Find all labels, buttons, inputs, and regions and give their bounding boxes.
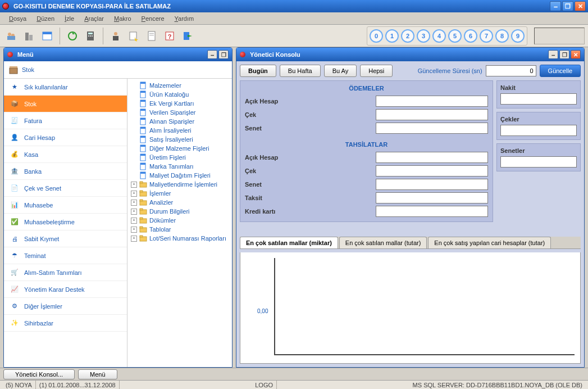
tree-expand-11[interactable]: + — [131, 182, 137, 188]
tree-item-6[interactable]: Satış İrsaliyeleri — [129, 135, 231, 144]
tree-item-7[interactable]: Diğer Malzeme Fişleri — [129, 144, 231, 153]
nav-item-3[interactable]: 👤Cari Hesap — [4, 129, 127, 146]
tree-expand-14[interactable]: + — [131, 209, 137, 215]
num-2[interactable]: 2 — [401, 29, 414, 43]
side-box-input-1[interactable] — [500, 125, 577, 136]
num-4[interactable]: 4 — [432, 29, 446, 43]
tree-item-9[interactable]: Marka Tanımları — [129, 162, 231, 171]
odeme-input-1[interactable] — [376, 109, 488, 120]
tahsilat-input-2[interactable] — [376, 179, 488, 190]
update-interval-input[interactable] — [486, 65, 536, 76]
nav-item-2[interactable]: 🧾Fatura — [4, 112, 127, 129]
tb-refresh-icon[interactable] — [65, 28, 80, 44]
bottom-console-button[interactable]: Yönetici Konsol... — [3, 369, 75, 379]
tree-label-7: Diğer Malzeme Fişleri — [149, 145, 209, 152]
tb-calendar-icon[interactable] — [39, 28, 55, 44]
menu-maximize-button[interactable]: ❐ — [218, 50, 229, 59]
menu-minimize-button[interactable]: ‒ — [207, 50, 217, 59]
num-9[interactable]: 9 — [511, 29, 525, 43]
console-close-button[interactable]: ✕ — [571, 50, 581, 59]
tree-item-12[interactable]: +İşlemler — [129, 189, 231, 198]
tree-item-13[interactable]: +Analizler — [129, 198, 231, 207]
num-7[interactable]: 7 — [480, 29, 493, 43]
nav-item-1[interactable]: 📦Stok — [4, 96, 127, 112]
tb-favorite-list-icon[interactable] — [126, 28, 142, 44]
tree-item-16[interactable]: +Tablolar — [129, 225, 231, 234]
tb-document-icon[interactable] — [144, 28, 159, 44]
minimize-button[interactable]: ‒ — [550, 1, 561, 11]
odeme-input-0[interactable] — [376, 96, 488, 107]
tb-building-icon[interactable] — [21, 28, 37, 44]
tree-label-6: Satış İrsaliyeleri — [149, 136, 193, 143]
menu-araclar[interactable]: Araçlar — [80, 14, 108, 23]
tree-expand-13[interactable]: + — [131, 200, 137, 206]
tab-miktar[interactable]: En çok satılan mallar (miktar) — [240, 237, 338, 248]
tree-item-2[interactable]: Ek Vergi Kartları — [129, 99, 231, 108]
update-button[interactable]: Güncelle — [540, 65, 581, 77]
tree-item-5[interactable]: Alım İrsaliyeleri — [129, 126, 231, 135]
tree-item-17[interactable]: +Lot/Seri Numarası Raporları — [129, 234, 231, 243]
month-button[interactable]: Bu Ay — [324, 65, 357, 77]
num-6[interactable]: 6 — [464, 29, 477, 43]
odeme-input-2[interactable] — [376, 123, 488, 134]
num-1[interactable]: 1 — [385, 29, 399, 43]
side-box-input-2[interactable] — [500, 156, 577, 168]
nav-item-13[interactable]: ⚙Diğer İşlemler — [4, 298, 127, 315]
tree-item-1[interactable]: Ürün Kataloğu — [129, 90, 231, 99]
tree-expand-15[interactable]: + — [131, 218, 137, 224]
menu-makro[interactable]: Makro — [110, 14, 136, 23]
tree-expand-16[interactable]: + — [131, 227, 137, 233]
nav-item-7[interactable]: 📊Muhasebe — [4, 197, 127, 214]
tree-expand-17[interactable]: + — [131, 236, 137, 242]
menu-pencere[interactable]: Pencere — [137, 14, 169, 23]
tree-item-8[interactable]: Üretim Fişleri — [129, 153, 231, 162]
nav-item-11[interactable]: 🛒Alım-Satım Tanımları — [4, 264, 127, 281]
console-minimize-button[interactable]: ‒ — [548, 50, 558, 59]
tree-item-3[interactable]: Verilen Siparişler — [129, 108, 231, 117]
tb-users-icon[interactable] — [3, 28, 19, 44]
num-5[interactable]: 5 — [448, 29, 462, 43]
tree-expand-12[interactable]: + — [131, 191, 137, 197]
tree-item-10[interactable]: Maliyet Dağıtım Fişleri — [129, 171, 231, 180]
tb-calculator-icon[interactable] — [83, 28, 98, 44]
nav-item-6[interactable]: 📄Çek ve Senet — [4, 180, 127, 197]
tb-person-icon[interactable] — [108, 28, 124, 44]
nav-item-14[interactable]: ✨Sihirbazlar — [4, 315, 127, 332]
tab-cari[interactable]: En çok satış yapılan cari hesaplar (tuta… — [428, 237, 551, 248]
today-button[interactable]: Bugün — [240, 65, 276, 77]
nav-item-9[interactable]: 🖨Sabit Kıymet — [4, 230, 127, 247]
nav-item-4[interactable]: 💰Kasa — [4, 146, 127, 163]
num-0[interactable]: 0 — [370, 29, 383, 43]
maximize-button[interactable]: ❐ — [562, 1, 573, 11]
console-maximize-button[interactable]: ❐ — [559, 50, 569, 59]
num-8[interactable]: 8 — [495, 29, 509, 43]
menu-izle[interactable]: İzle — [60, 14, 79, 23]
nav-item-0[interactable]: ★Sık kullanılanlar — [4, 79, 127, 96]
tree-item-15[interactable]: +Dökümler — [129, 216, 231, 225]
tree-item-0[interactable]: Malzemeler — [129, 81, 231, 90]
tab-tutar[interactable]: En çok satılan mallar (tutar) — [339, 237, 427, 248]
menu-yardim[interactable]: Yardım — [170, 14, 199, 23]
bottom-menu-button[interactable]: Menü — [78, 369, 117, 379]
nav-item-8[interactable]: ✅Muhasebeleştirme — [4, 214, 127, 230]
tahsilat-input-4[interactable] — [376, 206, 488, 217]
nav-item-12[interactable]: 📈Yönetim Karar Destek — [4, 281, 127, 298]
tahsilat-input-1[interactable] — [376, 165, 488, 177]
tahsilat-input-3[interactable] — [376, 192, 488, 203]
num-3[interactable]: 3 — [417, 29, 430, 43]
tree-item-4[interactable]: Alınan Siparişler — [129, 117, 231, 126]
tb-exit-icon[interactable] — [180, 28, 195, 44]
tree-label-2: Ek Vergi Kartları — [149, 100, 194, 107]
menu-duzen[interactable]: Düzen — [32, 14, 59, 23]
tb-help-icon[interactable]: ? — [162, 28, 177, 44]
side-box-input-0[interactable] — [500, 93, 577, 105]
tree-item-14[interactable]: +Durum Bilgileri — [129, 207, 231, 216]
week-button[interactable]: Bu Hafta — [280, 65, 321, 77]
nav-item-10[interactable]: ☂Teminat — [4, 247, 127, 264]
menu-dosya[interactable]: Dosya — [4, 14, 31, 23]
tahsilat-input-0[interactable] — [376, 152, 488, 163]
close-button[interactable]: ✕ — [575, 1, 586, 11]
nav-item-5[interactable]: 🏦Banka — [4, 163, 127, 180]
tree-item-11[interactable]: +Maliyetlendirme İşlemleri — [129, 180, 231, 189]
all-button[interactable]: Hepsi — [360, 65, 393, 77]
